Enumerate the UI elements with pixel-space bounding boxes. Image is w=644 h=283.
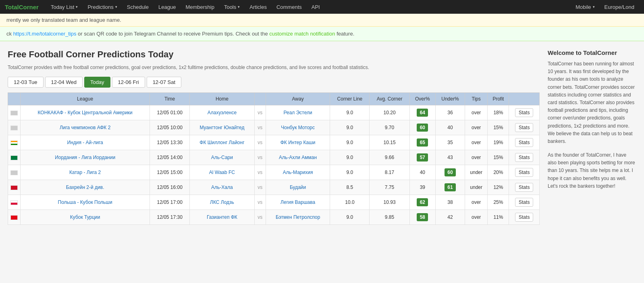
date-tab-0[interactable]: 12-03 Tue	[8, 77, 44, 88]
nav-membership[interactable]: Membership	[181, 0, 219, 14]
cell-home[interactable]: Al Waab FC	[190, 165, 255, 180]
cell-under: 42	[435, 210, 465, 225]
cell-vs: vs	[254, 165, 266, 180]
cell-away[interactable]: Легия Варшава	[266, 195, 330, 210]
cell-stats[interactable]: Stats	[509, 210, 540, 225]
flag-icon	[10, 170, 18, 175]
cell-avg-corner: 10.93	[370, 195, 409, 210]
under-badge: 60	[445, 168, 456, 176]
date-tab-1[interactable]: 12-04 Wed	[45, 77, 83, 88]
cell-league[interactable]: Индия - Ай-лига	[21, 135, 150, 150]
cell-stats[interactable]: Stats	[509, 120, 540, 135]
cell-flag	[8, 165, 21, 180]
cell-home[interactable]: Газиантеп ФК	[190, 210, 255, 225]
cell-over: 40	[409, 165, 435, 180]
cell-home[interactable]: Муангтонг Юнайтед	[190, 120, 255, 135]
cell-tips: over	[465, 105, 488, 120]
nav-tools[interactable]: Tools ▾	[219, 0, 245, 14]
cell-away[interactable]: ФК Интер Каши	[266, 135, 330, 150]
cell-stats[interactable]: Stats	[509, 180, 540, 195]
stats-button[interactable]: Stats	[515, 213, 533, 222]
dropdown-arrow: ▾	[76, 5, 78, 9]
stats-button[interactable]: Stats	[515, 183, 533, 192]
sidebar-paragraph-2: As the founder of TotalCorner, I have al…	[548, 151, 636, 190]
cell-home[interactable]: Алахуэленсе	[190, 105, 255, 120]
cell-away[interactable]: Реал Эстели	[266, 105, 330, 120]
cell-league[interactable]: Иордания - Лига Иордании	[21, 150, 150, 165]
cell-flag	[8, 180, 21, 195]
brand-logo[interactable]: TotalCorner	[5, 4, 39, 10]
notification-link[interactable]: customize match notification	[269, 31, 335, 37]
cell-tips: over	[465, 135, 488, 150]
cell-stats[interactable]: Stats	[509, 135, 540, 150]
page-description: TotalCorner provides with free football …	[8, 64, 540, 71]
nav-league[interactable]: League	[154, 0, 181, 14]
cell-league[interactable]: Катар - Лига 2	[21, 165, 150, 180]
stats-button[interactable]: Stats	[515, 123, 533, 132]
cell-away[interactable]: Аль-Марихия	[266, 165, 330, 180]
cell-tips: over	[465, 120, 488, 135]
nav-comments[interactable]: Comments	[272, 0, 307, 14]
dropdown-arrow: ▾	[115, 5, 117, 9]
flag-icon	[10, 185, 18, 190]
cell-league[interactable]: КОНКАКАФ - Кубок Центральной Америки	[21, 105, 150, 120]
predictions-table: League Time Home Away Corner Line Avg. C…	[8, 92, 540, 225]
cell-stats[interactable]: Stats	[509, 150, 540, 165]
cell-home[interactable]: ЛКС Лодзь	[190, 195, 255, 210]
stats-button[interactable]: Stats	[515, 168, 533, 177]
cell-flag	[8, 105, 21, 120]
stats-button[interactable]: Stats	[515, 198, 533, 207]
nav-schedule[interactable]: Schedule	[122, 0, 154, 14]
under-value: 35	[447, 140, 453, 145]
cell-profit: 12%	[488, 180, 509, 195]
cell-stats[interactable]: Stats	[509, 195, 540, 210]
nav-today-list[interactable]: Today List ▾	[46, 0, 83, 14]
table-row: Кубок Турции 12/05 17:30 Газиантеп ФК vs…	[8, 210, 540, 225]
cell-under: 35	[435, 135, 465, 150]
cell-stats[interactable]: Stats	[509, 165, 540, 180]
cell-stats[interactable]: Stats	[509, 105, 540, 120]
cell-vs: vs	[254, 150, 266, 165]
dropdown-arrow: ▾	[238, 5, 240, 9]
date-tab-today[interactable]: Today	[84, 77, 110, 88]
col-avg-corner: Avg. Corner	[370, 93, 409, 105]
stats-button[interactable]: Stats	[515, 138, 533, 147]
cell-home[interactable]: ФК Шиллонг Лайонг	[190, 135, 255, 150]
cell-over: 62	[409, 195, 435, 210]
col-over: Over%	[409, 93, 435, 105]
cell-league[interactable]: Польша - Кубок Польши	[21, 195, 150, 210]
main-container: Free Football Corner Predictions Today T…	[4, 41, 640, 233]
stats-button[interactable]: Stats	[515, 153, 533, 162]
cell-away[interactable]: Аль-Ахли Амман	[266, 150, 330, 165]
over-badge: 62	[417, 198, 428, 206]
cell-home[interactable]: Аль-Сари	[190, 150, 255, 165]
flag-icon	[10, 155, 18, 160]
nav-articles[interactable]: Articles	[245, 0, 272, 14]
telegram-link[interactable]: https://t.me/totalcorner_tips	[13, 31, 77, 37]
nav-predictions[interactable]: Predictions ▾	[83, 0, 122, 14]
nav-timezone[interactable]: Europe/Lond	[600, 0, 639, 14]
cell-league[interactable]: Кубок Турции	[21, 210, 150, 225]
nav-mobile[interactable]: Mobile ▾	[571, 0, 599, 14]
cell-vs: vs	[254, 195, 266, 210]
date-tab-3[interactable]: 12-06 Fri	[112, 77, 145, 88]
cell-corner-line: 9.0	[330, 135, 370, 150]
table-row: Иордания - Лига Иордании 12/05 14:00 Аль…	[8, 150, 540, 165]
cell-flag	[8, 150, 21, 165]
nav-api[interactable]: API	[307, 0, 325, 14]
cell-under: 40	[435, 120, 465, 135]
cell-over: 58	[409, 210, 435, 225]
cell-league[interactable]: Бахрейн 2-й див.	[21, 180, 150, 195]
cell-home[interactable]: Аль-Хала	[190, 180, 255, 195]
cell-away[interactable]: Будайи	[266, 180, 330, 195]
date-tab-4[interactable]: 12-07 Sat	[147, 77, 181, 88]
over-badge: 64	[417, 109, 428, 117]
table-row: Польша - Кубок Польши 12/05 17:00 ЛКС Ло…	[8, 195, 540, 210]
col-stats	[509, 93, 540, 105]
cell-avg-corner: 9.85	[370, 210, 409, 225]
stats-button[interactable]: Stats	[515, 108, 533, 117]
cell-tips: over	[465, 195, 488, 210]
cell-away[interactable]: Чонбук Моторс	[266, 120, 330, 135]
cell-league[interactable]: Лига чемпионов АФК 2	[21, 120, 150, 135]
cell-away[interactable]: Бэтмен Петролспор	[266, 210, 330, 225]
